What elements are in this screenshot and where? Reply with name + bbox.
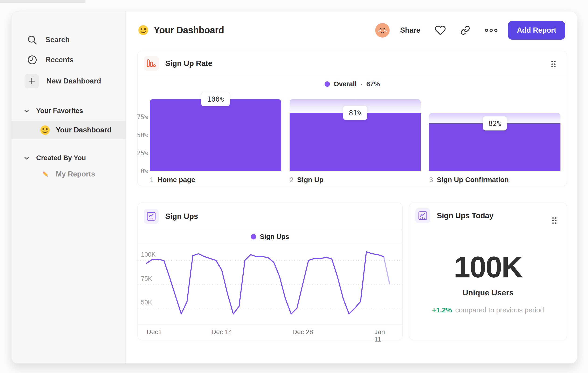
sidebar-item-my-reports[interactable]: My Reports [40, 169, 95, 179]
metric-delta-note: compared to previous period [455, 306, 544, 314]
metric-label: Unique Users [462, 288, 514, 297]
legend-dot [251, 234, 256, 239]
funnel-plot-area: 75%50%25%0%100%1Home page81%2Sign Up82%3… [138, 51, 567, 186]
funnel-step-name: Sign Up Confirmation [437, 176, 509, 183]
app-window: Search Recents New Dashboard [11, 11, 577, 364]
chevron-down-icon [23, 108, 30, 114]
drag-handle-icon[interactable] [551, 216, 557, 226]
line-y-tick-label: 75K [141, 275, 152, 282]
sign-up-rate-card: Sign Up Rate Overall · 67% 75%50%25%0%10… [137, 51, 567, 186]
clock-icon [26, 54, 38, 66]
sidebar-item-search[interactable]: Search [26, 34, 70, 46]
line-y-tick-label: 50K [141, 299, 152, 306]
sidebar-item-label: My Reports [56, 170, 95, 178]
legend-series-name: Sign Ups [260, 233, 289, 241]
metric-delta: +1.2% [432, 306, 452, 314]
funnel-bar [429, 123, 560, 171]
page-header: Your Dashboard [138, 21, 224, 40]
main-content: Your Dashboard Share [126, 11, 577, 363]
funnel-step-name: Sign Up [297, 176, 323, 183]
line-x-tick-label: Dec 14 [211, 328, 232, 336]
card-header: Sign Ups [138, 203, 402, 230]
line-chart-plot [138, 244, 402, 324]
funnel-step-name: Home page [158, 176, 195, 183]
line-y-tick-label: 100K [141, 251, 156, 258]
metric-body: 100K Unique Users +1.2% compared to prev… [409, 252, 567, 314]
share-button[interactable]: Share [400, 26, 420, 34]
user-avatar[interactable] [375, 23, 390, 38]
card-title: Sign Ups Today [437, 211, 494, 220]
line-x-tick-label: Dec1 [147, 328, 162, 336]
funnel-step-number: 2 [290, 176, 294, 183]
funnel-step-number: 1 [150, 176, 154, 183]
funnel-step-number: 3 [429, 176, 433, 183]
smiley-emoji [40, 125, 50, 135]
pencil-icon [40, 169, 51, 179]
add-report-button[interactable]: Add Report [508, 21, 565, 40]
chevron-down-icon [23, 155, 30, 161]
funnel-y-tick: 75% [134, 113, 148, 121]
background-window-edge [0, 0, 85, 3]
x-axis-line [138, 324, 402, 325]
line-series-incomplete [384, 257, 389, 283]
page-title: Your Dashboard [154, 25, 224, 35]
funnel-y-tick: 0% [134, 168, 148, 175]
sidebar-item-label: Your Dashboard [56, 126, 112, 134]
line-series [147, 252, 384, 314]
funnel-bar-value-badge: 100% [201, 92, 230, 106]
card-title: Sign Ups [165, 212, 198, 221]
search-icon [26, 34, 38, 46]
sign-ups-card: Sign Ups Sign Ups 100K75K50K Dec1Dec 14D… [137, 202, 402, 340]
sidebar-item-new-dashboard[interactable]: New Dashboard [24, 74, 101, 88]
sidebar-item-your-dashboard[interactable]: Your Dashboard [11, 121, 132, 139]
favorite-heart-icon[interactable] [435, 25, 446, 36]
funnel-step-label: 3Sign Up Confirmation [429, 176, 509, 184]
funnel-bar-value-badge: 82% [483, 116, 507, 130]
sidebar-item-label: Recents [45, 56, 74, 64]
sign-ups-today-card: Sign Ups Today 100K Unique Users +1.2% c… [409, 202, 567, 340]
sidebar: Search Recents New Dashboard [11, 11, 126, 363]
sidebar-item-label: New Dashboard [46, 77, 101, 85]
line-x-tick-label: Dec 28 [292, 328, 313, 336]
funnel-step-label: 1Home page [150, 176, 195, 184]
line-x-tick-label: Jan 11 [375, 328, 393, 343]
metric-delta-row: +1.2% compared to previous period [432, 306, 544, 314]
funnel-y-tick: 25% [134, 150, 148, 157]
plus-icon [24, 74, 39, 88]
section-header-label: Created By You [36, 154, 86, 162]
line-legend: Sign Ups [138, 230, 402, 244]
sidebar-section-your-favorites[interactable]: Your Favorites [23, 107, 83, 115]
sidebar-item-label: Search [45, 36, 70, 44]
section-header-label: Your Favorites [36, 107, 83, 115]
sidebar-item-recents[interactable]: Recents [26, 54, 74, 66]
line-chart-icon [144, 209, 159, 224]
funnel-step-label: 2Sign Up [290, 176, 324, 184]
funnel-bar [150, 99, 281, 171]
funnel-y-tick: 50% [134, 132, 148, 139]
smiley-emoji [138, 25, 149, 35]
header-actions: Share Add Report [375, 21, 565, 40]
metric-value: 100K [454, 252, 522, 282]
line-chart-icon [415, 208, 430, 223]
funnel-bar [290, 113, 421, 171]
card-header: Sign Ups Today [409, 203, 567, 229]
copy-link-icon[interactable] [460, 25, 470, 35]
sidebar-section-created-by-you[interactable]: Created By You [23, 154, 86, 162]
more-options-icon[interactable] [485, 27, 498, 34]
funnel-bar-value-badge: 81% [343, 106, 367, 120]
